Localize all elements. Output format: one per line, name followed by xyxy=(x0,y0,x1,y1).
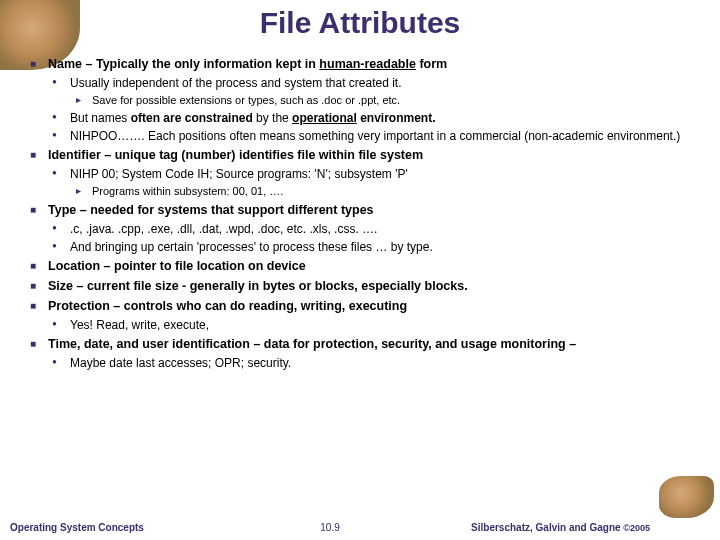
list-item: Usually independent of the process and s… xyxy=(48,75,700,108)
list-item: Identifier – unique tag (number) identif… xyxy=(30,147,700,199)
list-item: Save for possible extensions or types, s… xyxy=(70,93,700,108)
list-item: Size – current file size - generally in … xyxy=(30,278,700,295)
footer-right: Silberschatz, Galvin and Gagne ©2005 xyxy=(340,522,710,533)
list-item: Type – needed for systems that support d… xyxy=(30,202,700,255)
list-item: NIHP 00; System Code IH; Source programs… xyxy=(48,166,700,199)
list-item: Name – Typically the only information ke… xyxy=(30,56,700,144)
list-item: Location – pointer to file location on d… xyxy=(30,258,700,275)
list-item: Yes! Read, write, execute, xyxy=(48,317,700,333)
slide-number: 10.9 xyxy=(320,522,339,533)
list-item: But names often are constrained by the o… xyxy=(48,110,700,126)
list-item: Protection – controls who can do reading… xyxy=(30,298,700,333)
footer-left: Operating System Concepts xyxy=(10,522,320,533)
list-item: And bringing up certain 'processes' to p… xyxy=(48,239,700,255)
list-item: NIHPOO……. Each positions often means som… xyxy=(48,128,700,144)
list-item: Programs within subsystem: 00, 01, …. xyxy=(70,184,700,199)
slide-footer: Operating System Concepts 10.9 Silbersch… xyxy=(0,514,720,540)
list-item: Maybe date last accesses; OPR; security. xyxy=(48,355,700,371)
list-item: .c, .java. .cpp, .exe, .dll, .dat, .wpd,… xyxy=(48,221,700,237)
slide-content: Name – Typically the only information ke… xyxy=(0,56,720,510)
list-item: Time, date, and user identification – da… xyxy=(30,336,700,371)
slide-title: File Attributes xyxy=(0,0,720,40)
